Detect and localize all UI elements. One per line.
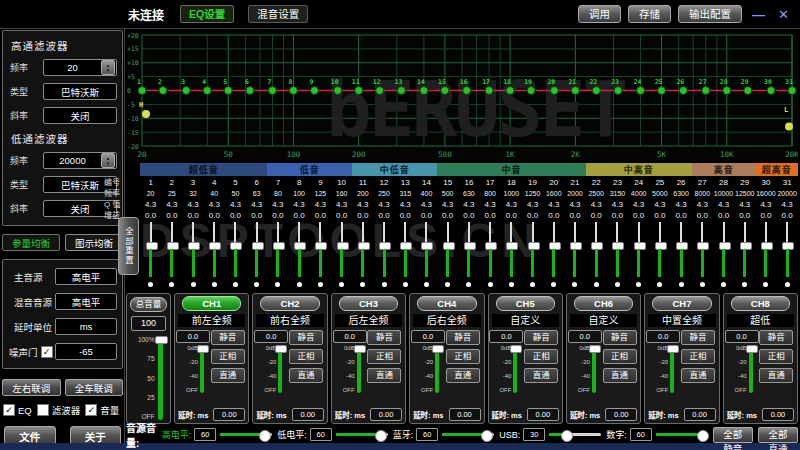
- channel-fader-knob[interactable]: [197, 345, 209, 353]
- through-all-button[interactable]: 全部直通: [758, 427, 798, 443]
- band-gain-slider[interactable]: [140, 222, 161, 289]
- channel-fader[interactable]: 0dB-20-40OFF: [495, 345, 517, 393]
- channel-select-button[interactable]: CH2: [260, 296, 319, 311]
- source-slider-value[interactable]: 60: [310, 428, 332, 441]
- channel-select-button[interactable]: CH5: [496, 296, 555, 311]
- channel-through-button[interactable]: 直通: [681, 368, 715, 383]
- channel-through-button[interactable]: 直通: [603, 368, 637, 383]
- band-gain-slider[interactable]: [289, 222, 310, 289]
- band-gain-slider[interactable]: [734, 222, 755, 289]
- source-slider-track[interactable]: [220, 433, 272, 436]
- mix-source-select[interactable]: 高电平: [55, 293, 117, 310]
- graphic-eq-button[interactable]: 图示均衡: [65, 234, 123, 251]
- band-gain-slider[interactable]: [225, 222, 246, 289]
- hpf-slope-select[interactable]: 关闭: [43, 107, 117, 124]
- band-gain-slider[interactable]: [416, 222, 437, 289]
- lpf-frequency-input[interactable]: 20000 ▲▼: [43, 152, 117, 169]
- master-fader-knob[interactable]: [155, 336, 168, 344]
- channel-mute-button[interactable]: 静音: [289, 330, 323, 345]
- channel-phase-button[interactable]: 正相: [603, 349, 637, 364]
- channel-mute-button[interactable]: 静音: [446, 330, 480, 345]
- spinner-icon[interactable]: ▲▼: [101, 153, 115, 168]
- source-slider-value[interactable]: 60: [630, 428, 652, 441]
- band-gain-slider[interactable]: [713, 222, 734, 289]
- channel-phase-button[interactable]: 正相: [289, 349, 323, 364]
- channel-mute-button[interactable]: 静音: [681, 330, 715, 345]
- sync-checkbox-音量[interactable]: ✓: [85, 404, 97, 416]
- band-gain-slider[interactable]: [543, 222, 564, 289]
- band-gain-slider[interactable]: [755, 222, 776, 289]
- channel-phase-button[interactable]: 正相: [681, 349, 715, 364]
- band-gain-slider[interactable]: [182, 222, 203, 289]
- channel-fader-knob[interactable]: [432, 345, 444, 353]
- channel-fader-knob[interactable]: [746, 345, 758, 353]
- band-gain-slider[interactable]: [204, 222, 225, 289]
- source-slider-knob[interactable]: [697, 430, 709, 442]
- channel-through-button[interactable]: 直通: [367, 368, 401, 383]
- source-slider-track[interactable]: [336, 433, 388, 436]
- eq-response-graph[interactable]: +20+15+10+50-5-10-15-2020501002005001K2K…: [126, 30, 798, 161]
- channel-fader-knob[interactable]: [275, 345, 287, 353]
- channel-phase-button[interactable]: 正相: [524, 349, 558, 364]
- band-gain-slider[interactable]: [161, 222, 182, 289]
- band-gain-slider[interactable]: [331, 222, 352, 289]
- channel-fader-track[interactable]: [592, 345, 596, 393]
- channel-fader-track[interactable]: [513, 345, 517, 393]
- channel-fader[interactable]: 0dB-20-40OFF: [574, 345, 596, 393]
- channel-select-button[interactable]: CH3: [339, 296, 398, 311]
- mute-all-button[interactable]: 全部静音: [713, 427, 753, 443]
- channel-fader-track[interactable]: [749, 345, 753, 393]
- channel-fader-track[interactable]: [357, 345, 361, 393]
- link-lr-button[interactable]: 左右联调: [2, 379, 61, 396]
- recall-button[interactable]: 调用: [578, 5, 621, 23]
- channel-mute-button[interactable]: 静音: [211, 330, 245, 345]
- channel-fader[interactable]: 0dB-20-40OFF: [417, 345, 439, 393]
- band-gain-slider[interactable]: [352, 222, 373, 289]
- band-gain-slider[interactable]: [480, 222, 501, 289]
- band-gain-slider[interactable]: [437, 222, 458, 289]
- output-config-button[interactable]: 输出配置: [678, 5, 742, 23]
- channel-fader[interactable]: 0dB-20-40OFF: [260, 345, 282, 393]
- master-fader-track[interactable]: [158, 336, 163, 420]
- band-gain-slider[interactable]: [692, 222, 713, 289]
- source-slider-track[interactable]: [442, 433, 494, 436]
- reset-all-button[interactable]: 全部重置: [118, 217, 139, 275]
- channel-fader-knob[interactable]: [589, 345, 601, 353]
- channel-select-button[interactable]: CH7: [652, 296, 711, 311]
- band-gain-slider[interactable]: [564, 222, 585, 289]
- band-gain-slider[interactable]: [458, 222, 479, 289]
- noise-gate-value[interactable]: -65: [55, 343, 117, 360]
- band-gain-slider[interactable]: [501, 222, 522, 289]
- band-gain-slider[interactable]: [267, 222, 288, 289]
- store-button[interactable]: 存储: [628, 5, 671, 23]
- channel-fader[interactable]: 0dB-20-40OFF: [652, 345, 674, 393]
- channel-through-button[interactable]: 直通: [211, 368, 245, 383]
- band-gain-slider[interactable]: [607, 222, 628, 289]
- channel-through-button[interactable]: 直通: [524, 368, 558, 383]
- channel-fader[interactable]: 0dB-20-40OFF: [731, 345, 753, 393]
- band-gain-slider[interactable]: [649, 222, 670, 289]
- channel-fader-knob[interactable]: [667, 345, 679, 353]
- source-slider-knob[interactable]: [259, 430, 271, 442]
- channel-fader-track[interactable]: [435, 345, 439, 393]
- channel-fader-track[interactable]: [278, 345, 282, 393]
- spinner-icon[interactable]: ▲▼: [101, 60, 115, 75]
- minimize-icon[interactable]: —: [749, 7, 768, 22]
- parametric-eq-button[interactable]: 参量均衡: [2, 234, 60, 251]
- hpf-type-select[interactable]: 巴特沃斯: [43, 83, 117, 100]
- channel-fader-knob[interactable]: [510, 345, 522, 353]
- channel-mute-button[interactable]: 静音: [603, 330, 637, 345]
- channel-fader-knob[interactable]: [354, 345, 366, 353]
- source-slider-value[interactable]: 60: [416, 428, 438, 441]
- channel-through-button[interactable]: 直通: [759, 368, 793, 383]
- main-source-select[interactable]: 高电平: [55, 268, 117, 285]
- band-gain-slider[interactable]: [522, 222, 543, 289]
- channel-through-button[interactable]: 直通: [446, 368, 480, 383]
- channel-through-button[interactable]: 直通: [289, 368, 323, 383]
- source-slider-value[interactable]: 60: [194, 428, 216, 441]
- band-gain-slider[interactable]: [373, 222, 394, 289]
- tab-eq-settings[interactable]: EQ设置: [180, 5, 234, 23]
- channel-fader-track[interactable]: [670, 345, 674, 393]
- channel-phase-button[interactable]: 正相: [367, 349, 401, 364]
- source-slider-value[interactable]: 30: [523, 428, 545, 441]
